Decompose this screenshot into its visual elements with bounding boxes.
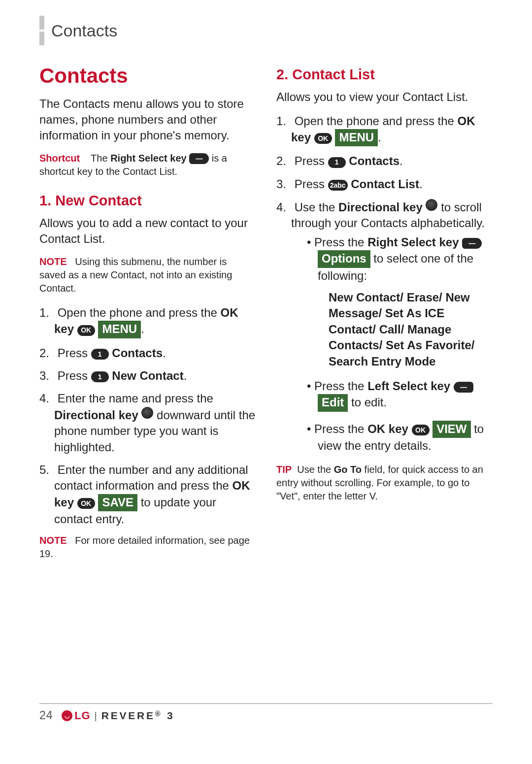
ok-key-icon: OK: [77, 325, 95, 336]
bullet-options: Press the Right Select key — Options to …: [307, 234, 493, 369]
two-key-icon: 2abc: [328, 180, 348, 191]
directional-key-icon: [141, 407, 153, 419]
footer-separator: |: [95, 710, 98, 722]
manual-page: Contacts Contacts The Contacts menu allo…: [0, 0, 532, 739]
bullet-edit: Press the Left Select key — Edit to edit…: [307, 378, 493, 412]
one-key-icon: 1: [91, 349, 109, 360]
step-1: Open the phone and press the OK key OK M…: [39, 305, 256, 338]
menu-softkey-label: MENU: [98, 321, 141, 338]
new-contact-steps: Open the phone and press the OK key OK M…: [39, 305, 256, 528]
section-header-bar: Contacts: [39, 16, 493, 45]
contact-list-intro: Allows you to view your Contact List.: [276, 89, 493, 105]
view-softkey-label: VIEW: [432, 421, 470, 438]
right-select-key-icon: —: [189, 153, 209, 164]
step-3: Press 2abc Contact List.: [276, 176, 493, 192]
step-4: Use the Directional key to scroll throug…: [276, 199, 493, 454]
section-header-title: Contacts: [51, 21, 117, 40]
step-4: Enter the name and press the Directional…: [39, 391, 256, 455]
left-column: Contacts The Contacts menu allows you to…: [39, 62, 256, 570]
right-select-key-icon: —: [462, 238, 482, 249]
content-columns: Contacts The Contacts menu allows you to…: [39, 62, 493, 570]
step-2: Press 1 Contacts.: [276, 153, 493, 169]
step-3: Press 1 New Contact.: [39, 368, 256, 384]
step-1: Open the phone and press the OK key OK M…: [276, 113, 493, 147]
options-list: New Contact/ Erase/ New Message/ Set As …: [318, 290, 493, 369]
shortcut-label: Shortcut: [39, 153, 80, 164]
heading-new-contact: 1. New Contact: [39, 191, 256, 210]
header-tab-marks: [39, 16, 44, 45]
ok-key-icon: OK: [77, 498, 95, 509]
heading-contact-list: 2. Contact List: [276, 65, 493, 84]
ok-key-icon: OK: [314, 133, 332, 144]
intro-paragraph: The Contacts menu allows you to store na…: [39, 96, 256, 144]
step-2: Press 1 Contacts.: [39, 345, 256, 361]
tip-note: TIP Use the Go To field, for quick acces…: [276, 463, 493, 503]
page-number: 24: [39, 709, 53, 722]
menu-softkey-label: MENU: [335, 129, 378, 146]
lg-face-icon: ◡: [62, 710, 72, 721]
new-contact-intro: Allows you to add a new contact to your …: [39, 215, 256, 247]
contact-list-bullets: Press the Right Select key — Options to …: [307, 234, 493, 454]
directional-key-icon: [426, 199, 437, 211]
step-5: Enter the number and any additional cont…: [39, 462, 256, 528]
options-softkey-label: Options: [318, 250, 370, 267]
bullet-view: Press the OK key OK VIEW to view the ent…: [307, 421, 493, 454]
note-submenu: NOTE Using this submenu, the number is s…: [39, 255, 256, 295]
one-key-icon: 1: [328, 157, 346, 168]
model-name: REVERE® 3: [101, 710, 173, 722]
edit-softkey-label: Edit: [318, 394, 348, 411]
lg-logo: ◡ LG: [62, 709, 90, 722]
left-select-key-icon: —: [454, 382, 473, 393]
note-detail: NOTE For more detailed information, see …: [39, 534, 256, 561]
save-softkey-label: SAVE: [98, 494, 137, 511]
page-title: Contacts: [39, 62, 256, 90]
ok-key-icon: OK: [412, 425, 430, 435]
page-footer: 24 ◡ LG | REVERE® 3: [39, 703, 493, 722]
right-column: 2. Contact List Allows you to view your …: [276, 62, 493, 570]
one-key-icon: 1: [91, 371, 109, 382]
shortcut-note: Shortcut The Right Select key — is a sho…: [39, 152, 256, 178]
contact-list-steps: Open the phone and press the OK key OK M…: [276, 113, 493, 454]
